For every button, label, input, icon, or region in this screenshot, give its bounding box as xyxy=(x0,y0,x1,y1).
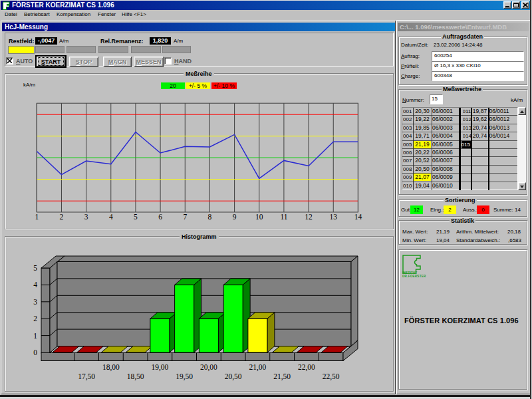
svg-text:1: 1 xyxy=(33,332,37,340)
svg-text:18,00: 18,00 xyxy=(102,363,120,372)
svg-text:21,50: 21,50 xyxy=(273,372,291,381)
svg-text:2: 2 xyxy=(33,315,37,323)
svg-text:9: 9 xyxy=(233,213,237,221)
svg-text:11: 11 xyxy=(280,213,287,221)
svg-text:6: 6 xyxy=(158,213,162,221)
svg-text:10: 10 xyxy=(255,213,263,221)
svg-text:7: 7 xyxy=(183,213,187,221)
svg-text:8: 8 xyxy=(208,213,212,221)
svg-text:4: 4 xyxy=(109,213,113,221)
svg-text:3: 3 xyxy=(84,213,88,221)
svg-text:19,00: 19,00 xyxy=(151,363,168,372)
svg-text:21,00: 21,00 xyxy=(249,363,266,372)
svg-text:22,00: 22,00 xyxy=(298,363,315,372)
svg-text:12: 12 xyxy=(305,213,313,221)
svg-text:18,50: 18,50 xyxy=(127,372,144,381)
svg-text:14: 14 xyxy=(354,213,362,221)
svg-text:2: 2 xyxy=(60,213,64,221)
svg-text:5: 5 xyxy=(134,213,138,221)
svg-text:0: 0 xyxy=(33,348,37,356)
svg-text:4: 4 xyxy=(33,281,37,289)
svg-text:20,00: 20,00 xyxy=(200,363,217,372)
svg-text:13: 13 xyxy=(329,213,337,221)
svg-text:19,50: 19,50 xyxy=(176,372,193,381)
svg-text:22,50: 22,50 xyxy=(323,372,340,381)
svg-text:20,50: 20,50 xyxy=(225,372,242,381)
svg-text:3: 3 xyxy=(33,298,37,306)
svg-text:17,50: 17,50 xyxy=(78,372,95,381)
svg-text:1: 1 xyxy=(35,213,39,221)
svg-text:5: 5 xyxy=(33,264,37,272)
